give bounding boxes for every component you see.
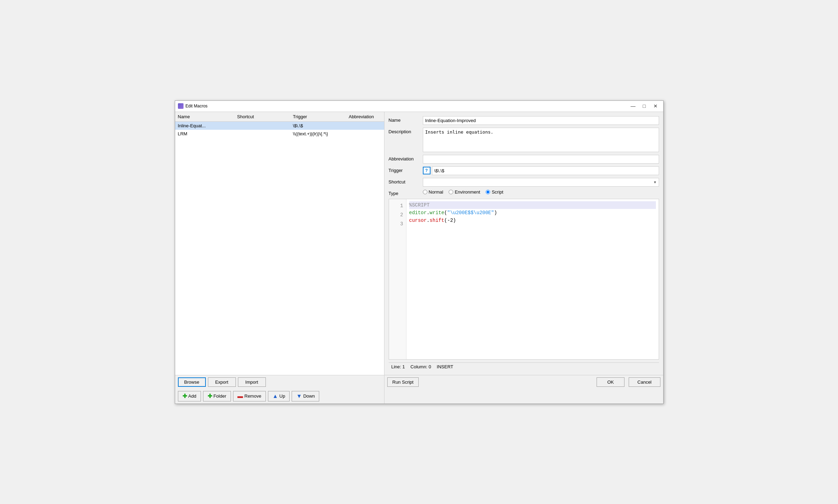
- type-script-label[interactable]: Script: [486, 189, 503, 195]
- window-title: Edit Macros: [186, 104, 628, 108]
- list-item-trigger: \$\.\$: [290, 123, 346, 128]
- app-icon: [178, 103, 184, 109]
- name-row: Name: [389, 116, 659, 125]
- add-label: Add: [188, 393, 196, 399]
- column-label: Column: 0: [411, 364, 431, 369]
- type-script-radio[interactable]: [486, 190, 490, 194]
- list-item-name: Inline-Equat...: [175, 123, 234, 128]
- up-button[interactable]: ▲ Up: [268, 391, 290, 401]
- abbreviation-input[interactable]: [423, 155, 659, 164]
- right-panel: Name Description Inserts inline equation…: [384, 112, 663, 375]
- minimize-button[interactable]: —: [628, 103, 638, 110]
- name-input[interactable]: [423, 116, 659, 125]
- shortcut-row: Shortcut ▼: [389, 178, 659, 187]
- list-item[interactable]: LRM \\((text.+)|(lr))\{.*\}: [175, 130, 384, 138]
- up-icon: ▲: [272, 393, 278, 399]
- down-button[interactable]: ▼ Down: [292, 391, 319, 401]
- edit-macros-window: Edit Macros — □ ✕ Name Shortcut Trigger …: [175, 100, 664, 404]
- code-method-cursor: cursor: [409, 218, 427, 223]
- maximize-button[interactable]: □: [639, 103, 649, 110]
- code-line-3: cursor.shift(-2): [409, 217, 656, 224]
- macro-list-actions: ✚ Add ✚ Folder ▬ Remove ▲ Up ▼ Down: [175, 389, 384, 404]
- ok-button[interactable]: OK: [597, 377, 624, 387]
- type-normal-label[interactable]: Normal: [423, 189, 443, 195]
- remove-label: Remove: [245, 393, 261, 399]
- line-number-3: 3: [389, 219, 406, 228]
- list-header: Name Shortcut Trigger Abbreviation: [175, 112, 384, 122]
- shortcut-label: Shortcut: [389, 178, 420, 185]
- description-row: Description Inserts inline equations.: [389, 128, 659, 152]
- up-label: Up: [279, 393, 285, 399]
- type-script-text: Script: [492, 189, 503, 195]
- trigger-help-button[interactable]: ?: [423, 167, 431, 174]
- mode-label: INSERT: [437, 364, 453, 369]
- type-normal-radio[interactable]: [423, 190, 427, 194]
- type-environment-label[interactable]: Environment: [449, 189, 480, 195]
- window-bottom: Browse Export Import Run Script OK Cance…: [175, 375, 663, 389]
- add-button[interactable]: ✚ Add: [178, 391, 201, 401]
- type-environment-text: Environment: [455, 189, 480, 195]
- remove-icon: ▬: [238, 393, 243, 399]
- main-content: Name Shortcut Trigger Abbreviation Inlin…: [175, 112, 663, 375]
- abbreviation-row: Abbreviation: [389, 155, 659, 164]
- folder-icon: ✚: [208, 393, 212, 399]
- right-bottom-placeholder: [384, 389, 663, 404]
- code-method-shift: shift: [429, 218, 444, 223]
- type-row: Type Normal Environment Script: [389, 189, 659, 196]
- add-icon: ✚: [182, 393, 187, 399]
- code-line-1: %SCRIPT: [409, 201, 656, 209]
- run-script-button[interactable]: Run Script: [387, 377, 419, 387]
- import-button[interactable]: Import: [238, 377, 266, 387]
- remove-button[interactable]: ▬ Remove: [233, 391, 266, 401]
- window-controls: — □ ✕: [628, 103, 660, 110]
- list-item-trigger: \\((text.+)|(lr))\{.*\}: [290, 131, 346, 136]
- folder-button[interactable]: ✚ Folder: [203, 391, 231, 401]
- trigger-label: Trigger: [389, 166, 420, 173]
- cancel-button[interactable]: Cancel: [629, 377, 660, 387]
- folder-label: Folder: [214, 393, 226, 399]
- code-method-write: write: [429, 210, 444, 216]
- line-number-2: 2: [389, 210, 406, 219]
- macro-action-buttons: ✚ Add ✚ Folder ▬ Remove ▲ Up ▼ Down: [175, 389, 663, 404]
- code-paren-3: (-2): [444, 218, 456, 223]
- shortcut-wrapper: ▼: [423, 178, 659, 187]
- trigger-input[interactable]: [432, 166, 659, 175]
- code-editor[interactable]: 1 2 3 %SCRIPT editor.write("\u200E$$\u20…: [389, 199, 659, 360]
- status-bar: Line: 1 Column: 0 INSERT: [389, 362, 659, 371]
- left-actions: Browse Export Import: [175, 375, 384, 389]
- description-label: Description: [389, 128, 420, 134]
- line-numbers: 1 2 3: [389, 199, 406, 359]
- code-paren-2: ): [494, 210, 497, 216]
- trigger-input-row: ?: [423, 166, 659, 175]
- col-header-shortcut: Shortcut: [234, 114, 290, 119]
- left-panel: Name Shortcut Trigger Abbreviation Inlin…: [175, 112, 384, 375]
- description-input[interactable]: Inserts inline equations.: [423, 128, 659, 152]
- abbreviation-label: Abbreviation: [389, 155, 420, 161]
- col-header-trigger: Trigger: [290, 114, 346, 119]
- code-lines[interactable]: %SCRIPT editor.write("\u200E$$\u200E") c…: [406, 199, 659, 359]
- type-label: Type: [389, 189, 420, 196]
- line-number-1: 1: [389, 201, 406, 210]
- code-comment: %SCRIPT: [409, 202, 430, 208]
- col-header-name: Name: [175, 114, 234, 119]
- right-actions: Run Script OK Cancel: [384, 375, 663, 389]
- macros-list[interactable]: Inline-Equat... \$\.\$ LRM \\((text.+)|(…: [175, 122, 384, 375]
- code-string-value: "\u200E$$\u200E": [447, 210, 494, 216]
- code-method-editor: editor: [409, 210, 427, 216]
- code-line-2: editor.write("\u200E$$\u200E"): [409, 209, 656, 217]
- col-header-abbreviation: Abbreviation: [346, 114, 381, 119]
- line-label: Line: 1: [391, 364, 405, 369]
- shortcut-select[interactable]: [423, 178, 659, 187]
- type-normal-text: Normal: [429, 189, 443, 195]
- type-environment-radio[interactable]: [449, 190, 453, 194]
- code-paren-1: (: [444, 210, 447, 216]
- export-button[interactable]: Export: [208, 377, 236, 387]
- type-radio-group: Normal Environment Script: [423, 189, 503, 195]
- title-bar: Edit Macros — □ ✕: [175, 101, 663, 112]
- trigger-row: Trigger ?: [389, 166, 659, 175]
- close-button[interactable]: ✕: [651, 103, 660, 110]
- down-label: Down: [303, 393, 315, 399]
- list-item[interactable]: Inline-Equat... \$\.\$: [175, 122, 384, 130]
- browse-button[interactable]: Browse: [178, 377, 206, 387]
- name-label: Name: [389, 116, 420, 123]
